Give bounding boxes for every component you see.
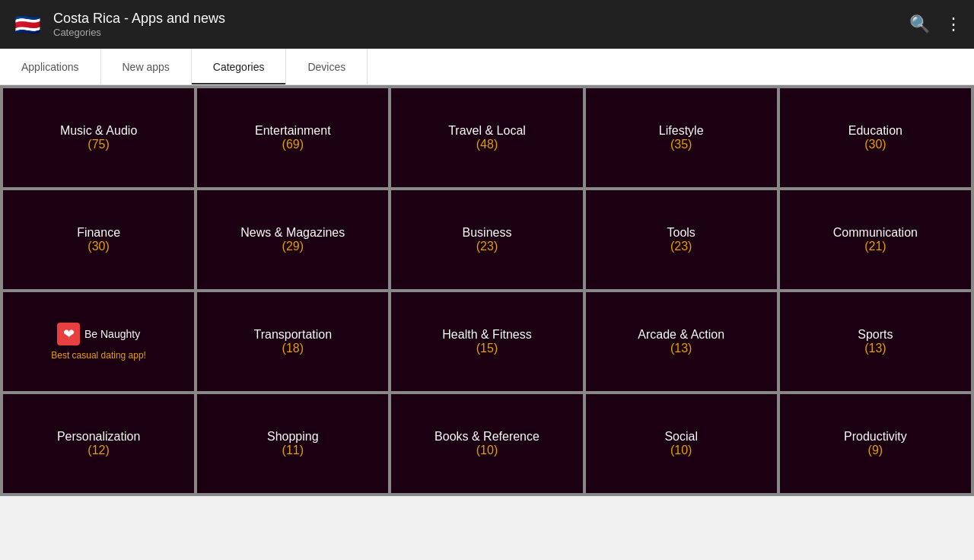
category-count: (23) xyxy=(476,240,498,253)
ad-title: ❤ Be Naughty xyxy=(57,323,140,345)
category-name: Personalization xyxy=(57,430,140,444)
ad-subtitle: Best casual dating app! xyxy=(51,350,146,361)
category-count: (69) xyxy=(282,138,304,151)
category-name: Arcade & Action xyxy=(638,328,724,342)
ad-card[interactable]: ❤ Be Naughty Best casual dating app! xyxy=(3,292,194,391)
category-card[interactable]: Health & Fitness (15) xyxy=(391,292,582,391)
category-card[interactable]: Lifestyle (35) xyxy=(586,88,777,187)
category-name: Shopping xyxy=(267,430,319,444)
category-card[interactable]: Music & Audio (75) xyxy=(3,88,194,187)
header: 🇨🇷 Costa Rica - Apps and news Categories… xyxy=(0,0,974,49)
category-count: (35) xyxy=(670,138,692,151)
category-count: (10) xyxy=(670,444,692,457)
category-card[interactable]: Shopping (11) xyxy=(197,394,388,493)
category-card[interactable]: Communication (21) xyxy=(780,190,971,289)
category-name: Travel & Local xyxy=(448,124,526,138)
category-name: News & Magazines xyxy=(240,226,345,240)
tab-new-apps[interactable]: New apps xyxy=(101,49,192,84)
category-name: Tools xyxy=(667,226,695,240)
category-card[interactable]: Books & Reference (10) xyxy=(391,394,582,493)
category-name: Education xyxy=(848,124,902,138)
category-card[interactable]: Entertainment (69) xyxy=(197,88,388,187)
category-card[interactable]: Finance (30) xyxy=(3,190,194,289)
category-count: (30) xyxy=(88,240,109,253)
flag-icon: 🇨🇷 xyxy=(12,9,43,40)
category-count: (21) xyxy=(864,240,886,253)
category-name: Communication xyxy=(833,226,918,240)
category-card[interactable]: News & Magazines (29) xyxy=(197,190,388,289)
category-name: Social xyxy=(664,430,698,444)
category-card[interactable]: Education (30) xyxy=(780,88,971,187)
category-count: (13) xyxy=(864,342,886,355)
more-options-icon[interactable]: ⋮ xyxy=(945,14,962,34)
category-card[interactable]: Social (10) xyxy=(586,394,777,493)
category-card[interactable]: Sports (13) xyxy=(780,292,971,391)
category-name: Books & Reference xyxy=(434,430,540,444)
ad-heart-icon: ❤ xyxy=(57,323,80,345)
category-count: (29) xyxy=(282,240,304,253)
category-name: Finance xyxy=(77,226,120,240)
header-left: 🇨🇷 Costa Rica - Apps and news Categories xyxy=(12,9,225,40)
category-name: Entertainment xyxy=(255,124,331,138)
nav-tabs: Applications New apps Categories Devices xyxy=(0,49,974,85)
category-name: Transportation xyxy=(254,328,333,342)
category-name: Health & Fitness xyxy=(442,328,531,342)
category-name: Sports xyxy=(858,328,893,342)
category-count: (30) xyxy=(864,138,886,151)
category-count: (48) xyxy=(476,138,498,151)
category-card[interactable]: Business (23) xyxy=(391,190,582,289)
search-icon[interactable]: 🔍 xyxy=(909,14,930,34)
category-count: (13) xyxy=(670,342,692,355)
category-name: Music & Audio xyxy=(60,124,137,138)
tab-devices[interactable]: Devices xyxy=(286,49,368,84)
tab-applications[interactable]: Applications xyxy=(0,49,101,84)
category-card[interactable]: Productivity (9) xyxy=(780,394,971,493)
category-name: Lifestyle xyxy=(659,124,704,138)
category-name: Business xyxy=(463,226,512,240)
category-card[interactable]: Arcade & Action (13) xyxy=(586,292,777,391)
category-card[interactable]: Transportation (18) xyxy=(197,292,388,391)
header-right: 🔍 ⋮ xyxy=(909,14,962,34)
category-count: (75) xyxy=(88,138,109,151)
category-count: (12) xyxy=(88,444,109,457)
categories-grid: Music & Audio (75) Entertainment (69) Tr… xyxy=(0,85,974,496)
category-name: Productivity xyxy=(844,430,907,444)
header-title: Costa Rica - Apps and news Categories xyxy=(53,11,225,38)
category-card[interactable]: Personalization (12) xyxy=(3,394,194,493)
tab-categories[interactable]: Categories xyxy=(192,49,287,84)
category-count: (18) xyxy=(282,342,304,355)
category-card[interactable]: Tools (23) xyxy=(586,190,777,289)
category-count: (15) xyxy=(476,342,498,355)
app-title: Costa Rica - Apps and news xyxy=(53,11,225,27)
category-count: (10) xyxy=(476,444,498,457)
category-count: (9) xyxy=(868,444,883,457)
category-count: (11) xyxy=(282,444,304,457)
category-count: (23) xyxy=(670,240,692,253)
category-card[interactable]: Travel & Local (48) xyxy=(391,88,582,187)
app-subtitle: Categories xyxy=(53,27,225,38)
